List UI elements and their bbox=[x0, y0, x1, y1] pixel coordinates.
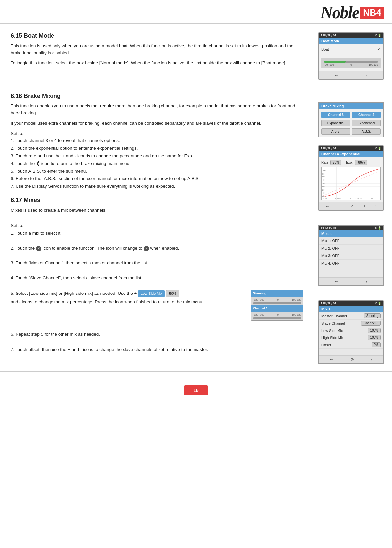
boat-back-icon[interactable]: ↩ bbox=[335, 73, 339, 78]
footer-line bbox=[0, 371, 392, 372]
s617-step7: 7. Touch offset, then use the + and - ic… bbox=[11, 346, 303, 353]
svg-text:20: 20 bbox=[322, 182, 325, 184]
abs1-btn[interactable]: A.B.S. bbox=[321, 128, 350, 135]
s617-para1: Mixes is used to create a mix between ch… bbox=[11, 207, 303, 214]
mix1-offset-row: Offset 0% bbox=[319, 341, 383, 349]
boat-row: Boat ✓ bbox=[321, 46, 381, 53]
exp-chevron-icon[interactable]: ‹ bbox=[375, 204, 376, 209]
boat-chevron-icon[interactable]: ‹ bbox=[366, 73, 367, 78]
mix4-row[interactable]: Mix 4: OFF bbox=[319, 260, 383, 267]
inline-mix-screen: Steering -120 -100 0 100 120 Channel 3 -… bbox=[251, 290, 303, 321]
section-heading-615: 6.15 Boat Mode bbox=[11, 32, 303, 39]
exp-status-bar: 1:FlySky 01 1X 🔋 bbox=[319, 146, 383, 151]
boat-status-bar: 1:FlySky 01 1X 🔋 bbox=[319, 33, 383, 38]
boat-bottom-nav: ↩ ‹ bbox=[319, 71, 383, 79]
s616-para1: This function enables you to use models … bbox=[11, 103, 303, 117]
low-side-mix-label: Low Side Mix bbox=[138, 290, 165, 297]
mix1-disable-icon[interactable]: ⊗ bbox=[350, 357, 354, 362]
logo-noble: Noble bbox=[320, 3, 359, 22]
exp2-btn[interactable]: Exponential bbox=[352, 120, 381, 126]
ch4-btn[interactable]: Channel 4 bbox=[352, 112, 381, 118]
s616-step7: 7. Use the Display Servos function to ma… bbox=[11, 183, 303, 190]
mix1-slave-row: Slave Channel Channel 3 bbox=[319, 320, 383, 327]
exp-screen: 1:FlySky 01 1X 🔋 Channel 4 Exponential R… bbox=[318, 145, 384, 211]
screenshot-column: 1:FlySky 01 1X 🔋 Boat Mode Boat ✓ -2 bbox=[311, 32, 384, 364]
footer: 16 bbox=[0, 381, 392, 395]
mixes-back-icon[interactable]: ↩ bbox=[335, 279, 339, 284]
low-side-mix-value: 50% bbox=[166, 290, 179, 297]
s616-step1: 1. Touch channel 3 or 4 to reveal that c… bbox=[11, 137, 303, 144]
exp-plus-icon[interactable]: + bbox=[363, 204, 366, 209]
footer-area: 16 bbox=[0, 371, 392, 395]
s617-step5-text: 5. Select [Low side mix] or [High side m… bbox=[11, 290, 247, 306]
abs-row: A.B.S. A.B.S. bbox=[321, 127, 381, 136]
s617-step5-line2: and - icons to change the mix percentage… bbox=[11, 299, 247, 306]
mix1-back-icon[interactable]: ↩ bbox=[330, 357, 334, 362]
svg-text:0: 0 bbox=[350, 198, 351, 200]
section-heading-616: 6.16 Brake Mixing bbox=[11, 93, 303, 99]
s616-setup: Setup: 1. Touch channel 3 or 4 to reveal… bbox=[11, 130, 303, 190]
boat-slider-track bbox=[324, 61, 378, 63]
mixes-status-bar: 1:FlySky 01 1X 🔋 bbox=[319, 226, 383, 230]
s616-step4: 4. Touch the ❮ icon to return to the bra… bbox=[11, 160, 303, 167]
exp-bottom-nav: ↩ − ✓ + ‹ bbox=[319, 202, 383, 210]
enable-icon: ✓ bbox=[144, 246, 149, 251]
svg-text:40: 40 bbox=[322, 192, 325, 194]
rate-row: Rate 70% Exp. -86% bbox=[321, 159, 381, 166]
mix1-bottom-nav: ↩ ⊗ ‹ bbox=[319, 355, 383, 363]
svg-text:80: 80 bbox=[322, 173, 325, 175]
svg-text:40: 40 bbox=[322, 179, 325, 181]
exp-chart-svg: 100 80 60 40 20 00 20 40 60 100 80 60 40… bbox=[322, 167, 380, 200]
brake-screen-title: Brake Mixing bbox=[319, 103, 383, 109]
s617-step5-line1: 5. Select [Low side mix] or [High side m… bbox=[11, 290, 247, 297]
s617-step2: 2. Touch the ✕ icon to enable the functi… bbox=[11, 245, 303, 252]
brake-mixing-screen: Brake Mixing Channel 3 Channel 4 Exponen… bbox=[318, 102, 384, 137]
exp-minus-icon[interactable]: − bbox=[339, 204, 341, 209]
main-content: 6.15 Boat Mode This function is used onl… bbox=[0, 24, 392, 364]
svg-text:00: 00 bbox=[322, 186, 325, 188]
mixes-chevron-icon[interactable]: ‹ bbox=[366, 279, 367, 284]
s615-para1: This function is used only when you are … bbox=[11, 43, 303, 57]
svg-text:100 80: 100 80 bbox=[322, 198, 327, 200]
mix1-row[interactable]: Mix 1: OFF bbox=[319, 237, 383, 245]
svg-text:80 100: 80 100 bbox=[371, 198, 376, 200]
s617-setup-label: Setup: bbox=[11, 222, 303, 229]
mix2-row[interactable]: Mix 2: OFF bbox=[319, 245, 383, 252]
abs2-btn[interactable]: A.B.S. bbox=[352, 128, 381, 135]
s616-para2: If your model uses extra channels for br… bbox=[11, 120, 303, 127]
s615-para2: To toggle this function, select the box … bbox=[11, 60, 303, 67]
s616-step3: 3. Touch rate and use the + and - iconds… bbox=[11, 153, 303, 160]
inline-screen-steering-label: Steering bbox=[251, 290, 303, 297]
inline-steering-slider: -120 -100 0 100 120 bbox=[251, 297, 303, 305]
mixes-body: Mix 1: OFF Mix 2: OFF Mix 3: OFF Mix 4: … bbox=[319, 237, 383, 277]
mix1-body: Master Channel Steering Slave Channel Ch… bbox=[319, 312, 383, 355]
mix3-row[interactable]: Mix 3: OFF bbox=[319, 252, 383, 260]
mix1-low-side-row: Low Side Mix 100% bbox=[319, 327, 383, 334]
s617-step4: 4. Touch "Slave Channel", then select a … bbox=[11, 275, 303, 282]
s616-step5: 5. Touch A.B.S. to enter the sub menu. bbox=[11, 168, 303, 175]
mix1-chevron-icon[interactable]: ‹ bbox=[371, 357, 372, 362]
mixes-screen-title: Mixes bbox=[319, 230, 383, 237]
page-header: Noble NB4 bbox=[0, 0, 392, 24]
s617-step5-container: 5. Select [Low side mix] or [High side m… bbox=[11, 290, 303, 321]
s617-step1: 1. Touch a mix to select it. bbox=[11, 230, 303, 237]
mix1-detail-screen: 1:FlySky 01 1X 🔋 Mix 1 Master Channel St… bbox=[318, 300, 384, 364]
exp-check-icon[interactable]: ✓ bbox=[350, 204, 354, 209]
svg-text:20 40 60: 20 40 60 bbox=[355, 198, 362, 200]
exp-chart: 100 80 60 40 20 00 20 40 60 100 80 60 40… bbox=[321, 167, 381, 200]
channel-row: Channel 3 Channel 4 bbox=[321, 111, 381, 119]
s617-step3: 3. Touch "Master Channel", then select a… bbox=[11, 260, 303, 267]
exp-screen-title: Channel 4 Exponential bbox=[319, 151, 383, 157]
boat-screen-body: Boat ✓ -20 -100 0 100 120 bbox=[319, 44, 383, 71]
page-number: 16 bbox=[184, 385, 208, 395]
boat-screen-title: Boat Mode bbox=[319, 38, 383, 44]
exp-back-icon[interactable]: ↩ bbox=[326, 204, 330, 209]
section-heading-617: 6.17 Mixes bbox=[11, 197, 303, 204]
mix1-high-side-row: High Side Mix 100% bbox=[319, 334, 383, 341]
disable-icon: ✕ bbox=[36, 246, 41, 251]
exp1-btn[interactable]: Exponential bbox=[321, 120, 350, 126]
svg-text:20: 20 bbox=[322, 189, 325, 191]
ch3-btn[interactable]: Channel 3 bbox=[321, 112, 350, 118]
s616-step2: 2. Touch the exponential option to enter… bbox=[11, 145, 303, 152]
mix1-status-bar: 1:FlySky 01 1X 🔋 bbox=[319, 301, 383, 306]
